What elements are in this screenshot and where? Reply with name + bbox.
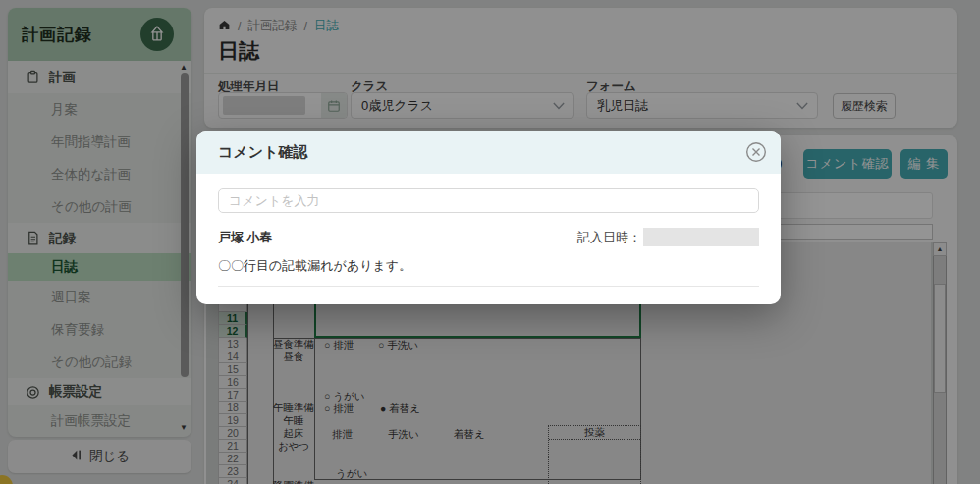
modal-header: コメント確認 xyxy=(196,131,781,174)
modal-body: 戸塚 小春 記入日時： 〇〇行目の記載漏れがあります。 xyxy=(196,174,781,287)
comment-date: 記入日時： xyxy=(577,228,759,246)
modal-title: コメント確認 xyxy=(218,143,307,162)
comment-author: 戸塚 小春 xyxy=(218,229,273,246)
close-icon[interactable] xyxy=(745,141,767,163)
comment-text: 〇〇行目の記載漏れがあります。 xyxy=(218,257,759,275)
redacted-datetime-value xyxy=(643,228,759,246)
comment-meta-row: 戸塚 小春 記入日時： xyxy=(218,228,759,246)
comment-input[interactable] xyxy=(218,188,759,213)
comment-date-label: 記入日時： xyxy=(577,229,641,246)
comment-confirm-modal: コメント確認 戸塚 小春 記入日時： 〇〇行目の記載漏れがあります。 xyxy=(196,131,781,304)
app-root: 計画記録 計画 月案 年間指導計画 全体的な計画 その他の計画 xyxy=(0,0,980,484)
comment-divider xyxy=(218,286,759,287)
